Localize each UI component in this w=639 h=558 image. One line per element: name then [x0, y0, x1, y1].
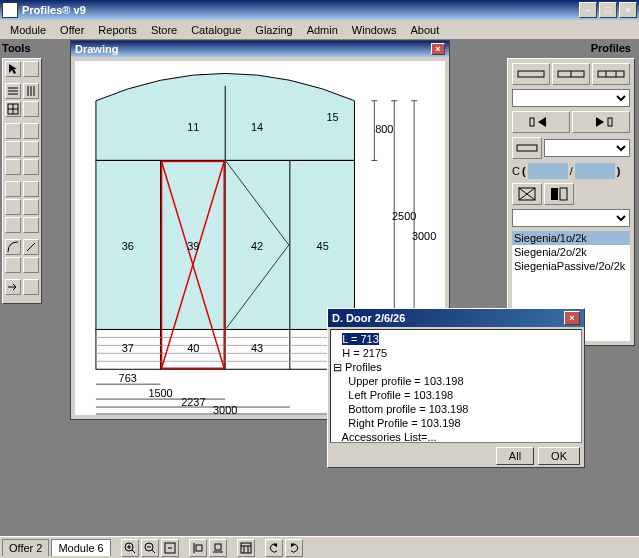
tool-d5[interactable]	[5, 217, 21, 233]
dim-763: 763	[119, 372, 137, 384]
line-tool-icon[interactable]	[23, 239, 39, 255]
svg-line-9	[27, 243, 35, 251]
hinge-right-button[interactable]	[544, 183, 574, 205]
curve-tool-icon[interactable]	[5, 239, 21, 255]
tool-d1[interactable]	[5, 181, 21, 197]
dialog-close-button[interactable]: ×	[564, 311, 580, 325]
undo-icon[interactable]	[265, 539, 283, 557]
prop-acc[interactable]: Accessories List=...	[342, 431, 437, 443]
tool-d4[interactable]	[23, 199, 39, 215]
minimize-button[interactable]: –	[579, 2, 597, 18]
svg-rect-49	[517, 145, 537, 151]
arrow-tool-icon[interactable]	[5, 279, 21, 295]
profile-type-2-button[interactable]	[552, 63, 590, 85]
statusbar: Offer 2 Module 6	[0, 536, 639, 558]
zoom-fit-icon[interactable]	[161, 539, 179, 557]
profile-dropdown-3[interactable]	[512, 209, 630, 227]
insert-left-button[interactable]	[512, 111, 570, 133]
tool-b2[interactable]	[23, 101, 39, 117]
tool-e2[interactable]	[23, 257, 39, 273]
menu-windows[interactable]: Windows	[346, 22, 403, 38]
prop-left[interactable]: Left Profile = 103.198	[348, 389, 453, 401]
menu-offer[interactable]: Offer	[54, 22, 90, 38]
tools-panel	[2, 58, 42, 304]
app-icon	[2, 2, 18, 18]
prop-bottom[interactable]: Bottom profile = 103.198	[348, 403, 468, 415]
list-item[interactable]: SiegeniaPassive/2o/2k	[512, 259, 630, 273]
prop-right[interactable]: Right Profile = 103.198	[348, 417, 460, 429]
dim-1500: 1500	[148, 387, 172, 399]
hinge-left-button[interactable]	[512, 183, 542, 205]
list-item[interactable]: Siegenia/2o/2k	[512, 245, 630, 259]
maximize-button[interactable]: □	[599, 2, 617, 18]
tool-b1[interactable]	[23, 61, 39, 77]
tool-d2[interactable]	[23, 181, 39, 197]
menu-store[interactable]: Store	[145, 22, 183, 38]
menu-reports[interactable]: Reports	[92, 22, 143, 38]
svg-rect-41	[518, 71, 544, 77]
dim-3000: 3000	[213, 404, 237, 415]
zoom-out-icon[interactable]	[141, 539, 159, 557]
tool-d6[interactable]	[23, 217, 39, 233]
align-bottom-icon[interactable]	[209, 539, 227, 557]
profile-dropdown-2[interactable]	[544, 139, 630, 157]
pane-14-label: 14	[251, 121, 263, 133]
tool-c2[interactable]	[23, 123, 39, 139]
profiles-title: Profiles	[591, 42, 631, 54]
dim-2500: 2500	[392, 210, 416, 222]
menu-admin[interactable]: Admin	[301, 22, 344, 38]
properties-tree[interactable]: L = 713 H = 2175 ⊟ Profiles Upper profil…	[330, 329, 582, 443]
svg-rect-54	[560, 188, 567, 200]
drawing-close-icon[interactable]: ×	[431, 43, 445, 55]
tool-c5[interactable]	[5, 159, 21, 175]
menu-glazing[interactable]: Glazing	[249, 22, 298, 38]
hlines-icon[interactable]	[5, 83, 21, 99]
profile-type-3-button[interactable]	[592, 63, 630, 85]
insert-right-button[interactable]	[572, 111, 630, 133]
menu-about[interactable]: About	[404, 22, 445, 38]
svg-rect-48	[608, 118, 612, 126]
menubar: Module Offer Reports Store Catalogue Gla…	[0, 20, 639, 40]
pane-11-label: 11	[187, 121, 199, 133]
properties-dialog: D. Door 2/6/26 × L = 713 H = 2175 ⊟ Prof…	[327, 308, 585, 468]
grid-tool-icon[interactable]	[5, 101, 21, 117]
tool-c1[interactable]	[5, 123, 21, 139]
prop-L[interactable]: L = 713	[342, 333, 379, 345]
svg-rect-53	[551, 188, 558, 200]
profile-dropdown-1[interactable]	[512, 89, 630, 107]
menu-module[interactable]: Module	[4, 22, 52, 38]
color-swatch-2[interactable]	[575, 163, 615, 179]
svg-rect-44	[598, 71, 624, 77]
tool-e1[interactable]	[5, 257, 21, 273]
prop-upper[interactable]: Upper profile = 103.198	[348, 375, 463, 387]
color-swatch-1[interactable]	[528, 163, 568, 179]
align-left-icon[interactable]	[189, 539, 207, 557]
dialog-title: D. Door 2/6/26	[332, 312, 405, 324]
tool-c4[interactable]	[23, 141, 39, 157]
redo-icon[interactable]	[285, 539, 303, 557]
tool-c3[interactable]	[5, 141, 21, 157]
zoom-in-icon[interactable]	[121, 539, 139, 557]
pointer-tool-icon[interactable]	[5, 61, 21, 77]
ok-button[interactable]: OK	[538, 447, 580, 465]
profile-type-1-button[interactable]	[512, 63, 550, 85]
vlines-icon[interactable]	[23, 83, 39, 99]
close-button[interactable]: ×	[619, 2, 637, 18]
all-button[interactable]: All	[496, 447, 534, 465]
section-view-button[interactable]	[512, 137, 542, 159]
prop-H[interactable]: H = 2175	[342, 347, 387, 359]
grid-toggle-icon[interactable]	[237, 539, 255, 557]
tool-f2[interactable]	[23, 279, 39, 295]
prop-profiles[interactable]: Profiles	[345, 361, 382, 373]
svg-rect-67	[215, 544, 221, 550]
menu-catalogue[interactable]: Catalogue	[185, 22, 247, 38]
list-item[interactable]: Siegenia/1o/2k	[512, 231, 630, 245]
pane-37-label: 37	[122, 342, 134, 354]
tool-c6[interactable]	[23, 159, 39, 175]
tab-offer[interactable]: Offer 2	[2, 539, 49, 556]
svg-line-56	[132, 550, 135, 553]
pane-43-label: 43	[251, 342, 263, 354]
tool-d3[interactable]	[5, 199, 21, 215]
tab-module[interactable]: Module 6	[51, 539, 110, 556]
dim-15-label: 15	[327, 111, 339, 123]
